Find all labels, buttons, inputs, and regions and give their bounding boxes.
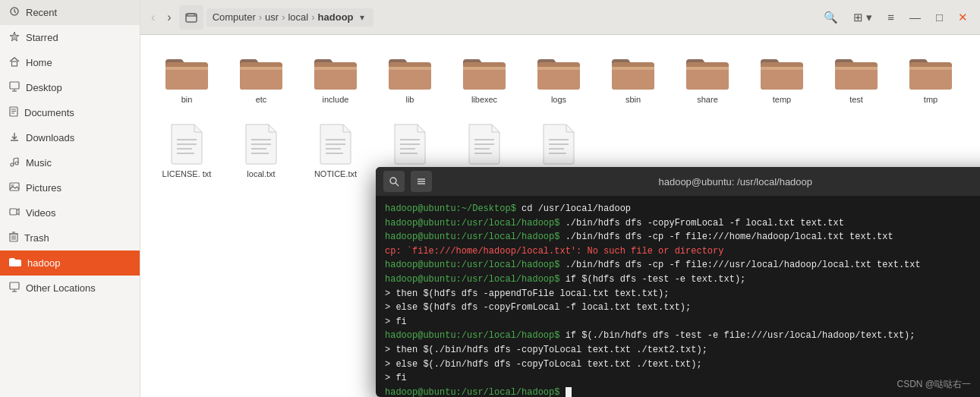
music-icon	[9, 156, 20, 169]
file-name: temp	[773, 94, 791, 105]
sidebar-label-hadoop: hadoop	[27, 257, 60, 269]
file-item-logs[interactable]: logs	[525, 47, 593, 111]
folder-icon	[908, 53, 953, 91]
terminal-line: hadoop@ubuntu:/usr/local/hadoop$ ./bin/h…	[385, 216, 980, 231]
close-window-button[interactable]: ✕	[952, 8, 974, 27]
file-icon	[317, 123, 355, 165]
breadcrumb: Computer › usr › local › hadoop ▾	[206, 8, 373, 27]
file-item-include[interactable]: include	[301, 47, 370, 111]
breadcrumb-usr[interactable]: usr	[265, 11, 279, 23]
sidebar-label-videos: Videos	[26, 207, 56, 219]
terminal-menu-button[interactable]	[411, 171, 432, 192]
svg-rect-34	[612, 67, 654, 70]
sidebar-label-home: Home	[26, 57, 52, 68]
svg-rect-24	[10, 282, 19, 289]
file-item-libexec[interactable]: libexec	[450, 47, 518, 111]
sidebar-item-starred[interactable]: Starred	[0, 25, 140, 50]
pictures-icon	[9, 181, 20, 194]
folder-icon	[685, 53, 730, 91]
terminal-line: > fi	[385, 371, 980, 386]
svg-rect-31	[389, 67, 431, 70]
desktop-icon	[9, 81, 20, 94]
terminal-line: hadoop@ubuntu:/usr/local/hadoop$ ./bin/h…	[385, 258, 980, 273]
minimize-window-button[interactable]: —	[903, 8, 927, 27]
svg-rect-38	[909, 67, 952, 70]
file-item-share[interactable]: share	[673, 47, 742, 111]
file-item-etc[interactable]: etc	[227, 47, 295, 111]
sidebar-item-pictures[interactable]: Pictures	[0, 175, 140, 200]
terminal-command: ./bin/hdfs dfs -cp -f file:///usr/local/…	[559, 260, 920, 270]
sidebar-label-pictures: Pictures	[26, 182, 61, 194]
sidebar-item-hadoop[interactable]: hadoop	[0, 250, 140, 276]
terminal-titlebar: hadoop@ubuntu: /usr/local/hadoop — □ ✕	[376, 167, 980, 196]
terminal-search-button[interactable]	[383, 171, 405, 192]
file-name: NOTICE.txt	[314, 169, 357, 179]
downloads-icon	[9, 131, 20, 144]
sidebar-label-downloads: Downloads	[26, 132, 74, 143]
file-name: test	[849, 94, 863, 105]
sidebar-item-videos[interactable]: Videos	[0, 200, 140, 225]
file-name: sbin	[625, 94, 641, 105]
file-item-temp[interactable]: temp	[748, 47, 816, 111]
folder-icon	[313, 53, 358, 91]
svg-rect-18	[10, 209, 17, 215]
terminal-command: if $(./bin/hdfs dfs -test -e file:///usr…	[559, 330, 915, 341]
terminal-line: hadoop@ubuntu:/usr/local/hadoop$	[385, 386, 980, 397]
file-item-sbin[interactable]: sbin	[599, 47, 667, 111]
svg-rect-36	[761, 67, 803, 70]
sidebar-item-desktop[interactable]: Desktop	[0, 75, 140, 100]
file-item-NOTICE-txt[interactable]: NOTICE.txt	[301, 117, 370, 185]
recent-icon	[9, 6, 20, 19]
sidebar-item-trash[interactable]: Trash	[0, 225, 140, 250]
file-name: etc	[256, 94, 267, 105]
search-button[interactable]: 🔍	[818, 8, 844, 27]
terminal-line: > then $(hdfs dfs -appendToFile local.tx…	[385, 287, 980, 301]
terminal-prompt: hadoop@ubuntu:/usr/local/hadoop$	[385, 260, 559, 270]
file-item-test[interactable]: test	[822, 47, 890, 111]
folder-icon	[387, 53, 433, 91]
file-icon	[540, 123, 578, 165]
file-item-bin[interactable]: bin	[153, 47, 221, 111]
home-icon	[9, 56, 20, 69]
file-name: bin	[181, 94, 193, 105]
svg-point-17	[11, 184, 13, 186]
back-button[interactable]: ‹	[147, 8, 159, 27]
file-name: libexec	[471, 94, 497, 105]
sidebar-label-trash: Trash	[24, 232, 49, 244]
svg-rect-32	[463, 67, 506, 70]
file-name: LICENSE. txt	[162, 169, 212, 179]
svg-rect-33	[537, 67, 580, 70]
menu-button[interactable]: ≡	[881, 8, 900, 27]
sidebar-item-downloads[interactable]: Downloads	[0, 125, 140, 150]
terminal-cursor	[566, 387, 572, 397]
terminal-prompt: hadoop@ubuntu:/usr/local/hadoop$	[385, 330, 559, 341]
starred-icon	[9, 31, 20, 44]
sidebar-item-other-locations[interactable]: Other Locations	[0, 276, 140, 301]
sidebar-item-home[interactable]: Home	[0, 50, 140, 75]
file-name: lib	[405, 94, 414, 105]
folder-icon	[238, 53, 284, 91]
sidebar-item-recent[interactable]: Recent	[0, 0, 140, 25]
folder-icon	[610, 53, 656, 91]
file-item-lib[interactable]: lib	[376, 47, 444, 111]
svg-rect-16	[10, 183, 19, 191]
file-item-tmp[interactable]: tmp	[896, 47, 965, 111]
maximize-window-button[interactable]: □	[930, 8, 949, 27]
breadcrumb-dropdown[interactable]: ▾	[357, 11, 367, 24]
forward-button[interactable]: ›	[162, 8, 175, 27]
file-name: share	[697, 94, 718, 105]
terminal-line: > then $(./bin/hdfs dfs -copyToLocal tex…	[385, 343, 980, 358]
view-toggle-button[interactable]: ⊞ ▾	[847, 8, 878, 27]
sidebar-item-documents[interactable]: Documents	[0, 100, 140, 125]
terminal-prompt: hadoop@ubuntu:/usr/local/hadoop$	[385, 218, 559, 228]
breadcrumb-hadoop[interactable]: hadoop	[318, 11, 354, 23]
svg-rect-3	[10, 82, 19, 89]
file-icon	[465, 123, 503, 165]
file-item-local-txt[interactable]: local.txt	[227, 117, 295, 185]
breadcrumb-computer[interactable]: Computer	[213, 11, 256, 23]
file-item-LICENSE--txt[interactable]: LICENSE. txt	[153, 117, 221, 185]
breadcrumb-local[interactable]: local	[288, 11, 308, 23]
sidebar: RecentStarredHomeDesktopDocumentsDownloa…	[0, 0, 140, 397]
sidebar-item-music[interactable]: Music	[0, 150, 140, 175]
terminal-line: hadoop@ubuntu:/usr/local/hadoop$ if $(./…	[385, 329, 980, 343]
